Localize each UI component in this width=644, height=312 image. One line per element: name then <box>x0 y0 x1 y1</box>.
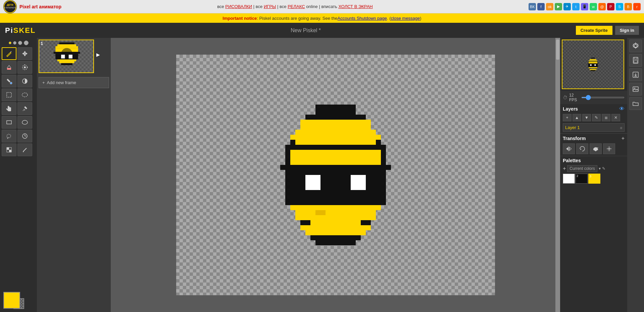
nav-links: все РИСОВАЛКИ | все ИГРЫ | все РЕЛАКС on… <box>217 4 373 9</box>
palettes-header: Palettes <box>563 158 625 163</box>
layer-item[interactable]: Layer 1 α <box>563 123 625 132</box>
eraser-tool[interactable] <box>2 61 16 74</box>
canvas-area[interactable] <box>111 38 560 312</box>
move-tool[interactable] <box>17 47 32 60</box>
svg-point-9 <box>10 82 12 84</box>
social-blogger[interactable]: B <box>625 3 632 10</box>
app-title: New Piskel * <box>291 27 321 34</box>
layers-eye-button[interactable]: 👁 <box>619 106 625 112</box>
frame-thumbnail[interactable]: 1 <box>39 40 94 73</box>
pencil2-tool[interactable] <box>17 143 32 156</box>
fill-tool[interactable] <box>2 75 16 87</box>
nav-link-holst[interactable]: ХОЛСТ В ЭКРАН <box>338 4 373 9</box>
social-skype[interactable]: S <box>616 3 623 10</box>
clock-tool[interactable] <box>17 130 32 142</box>
nav-link-risovalki[interactable]: РИСОВАЛКИ <box>225 4 252 9</box>
size-dot-1[interactable] <box>9 42 11 44</box>
nav-link-relaks[interactable]: РЕЛАКС <box>288 4 305 9</box>
fps-slider[interactable] <box>581 97 625 98</box>
layer-delete-button[interactable]: ✕ <box>611 114 620 121</box>
align-button[interactable] <box>603 143 615 154</box>
save-button[interactable] <box>629 54 642 67</box>
tool-row-6 <box>2 116 35 129</box>
svg-rect-34 <box>57 59 76 61</box>
primary-color-swatch[interactable] <box>3 292 20 309</box>
magic-wand-tool[interactable] <box>17 61 32 74</box>
size-dot-4[interactable] <box>24 41 29 45</box>
palette-color-1[interactable]: 1 <box>563 174 575 184</box>
palette-color-3[interactable]: 3 <box>588 174 600 184</box>
settings-button[interactable] <box>629 40 642 52</box>
size-dot-3[interactable] <box>18 41 22 45</box>
rect-select-tool[interactable] <box>2 88 16 101</box>
layer-down-button[interactable]: ▼ <box>582 114 591 121</box>
layer-add-button[interactable]: + <box>563 114 572 121</box>
svg-rect-36 <box>61 63 72 65</box>
svg-rect-51 <box>351 175 366 190</box>
palette-color-2[interactable]: 2 <box>576 174 588 184</box>
size-dot-2[interactable] <box>13 41 16 45</box>
palettes-title: Palettes <box>563 158 581 163</box>
social-twitter[interactable]: t <box>572 3 580 10</box>
layer-edit-button[interactable]: ✎ <box>592 114 601 121</box>
eyedropper-tool[interactable] <box>17 102 32 115</box>
image-button[interactable] <box>629 83 642 96</box>
rect-tool[interactable] <box>2 116 16 129</box>
svg-rect-38 <box>55 54 78 59</box>
svg-rect-50 <box>305 175 320 190</box>
lighten-tool[interactable] <box>17 75 32 87</box>
svg-rect-14 <box>7 121 11 124</box>
social-vk[interactable]: ВК <box>529 3 536 10</box>
flip-horizontal-button[interactable] <box>563 143 575 154</box>
social-fb[interactable]: f <box>537 3 545 10</box>
svg-rect-43 <box>300 120 371 130</box>
svg-rect-27 <box>55 46 78 48</box>
palette-add-button[interactable]: + <box>563 166 566 172</box>
top-nav: ДЕТИ В ИНТЕРНЕТЕ Pixel art аниматор все … <box>0 0 644 13</box>
ellipse-tool[interactable] <box>17 116 32 129</box>
v-scrollbar[interactable] <box>555 38 560 312</box>
pen-tool[interactable] <box>2 47 16 60</box>
social-mail[interactable]: @ <box>598 3 606 10</box>
palette-dropdown-button[interactable]: ▾ <box>599 166 601 171</box>
pixel-art[interactable] <box>270 105 401 245</box>
tool-row-4 <box>2 88 35 101</box>
layer-merge-button[interactable]: ⊞ <box>602 114 610 121</box>
svg-rect-21 <box>7 147 9 150</box>
palette-colors: 1 2 3 <box>563 174 625 184</box>
rotate-button[interactable] <box>576 143 588 154</box>
svg-rect-82 <box>590 69 596 70</box>
transform-add-button[interactable]: + <box>622 135 625 141</box>
sign-in-button[interactable]: Sign in <box>615 26 639 35</box>
social-wa[interactable]: w <box>590 3 597 10</box>
lasso-tool[interactable] <box>2 130 16 142</box>
bird-button[interactable] <box>590 143 602 154</box>
scrollbar-thumb[interactable] <box>556 40 559 60</box>
palette-name: Current colors <box>567 165 597 172</box>
open-folder-button[interactable] <box>629 97 642 110</box>
social-pinterest[interactable]: P <box>607 3 614 10</box>
header-buttons: Create Sprite Sign in <box>576 26 639 35</box>
ellipse-select-tool[interactable] <box>17 88 32 101</box>
create-sprite-button[interactable]: Create Sprite <box>576 26 612 35</box>
notice-close[interactable]: close message <box>391 16 420 21</box>
transform-header: Transform + <box>563 135 625 141</box>
svg-rect-72 <box>588 61 598 62</box>
layer-up-button[interactable]: ▲ <box>573 114 581 121</box>
svg-rect-44 <box>295 130 376 135</box>
canvas-wrapper <box>176 55 495 295</box>
palette-edit-button[interactable]: ✎ <box>602 166 605 171</box>
social-play[interactable]: ▶ <box>555 3 562 10</box>
social-viber[interactable]: 📱 <box>581 3 588 10</box>
notice-link[interactable]: Accounts Shutdown page <box>338 16 387 21</box>
nav-link-igri[interactable]: ИГРЫ <box>264 4 276 9</box>
svg-rect-47 <box>290 150 381 165</box>
hand-tool[interactable] <box>2 102 16 115</box>
social-reddit[interactable]: r <box>633 3 641 10</box>
social-telegram[interactable]: ✈ <box>563 3 571 10</box>
add-frame-button[interactable]: + Add new frame <box>39 77 109 88</box>
svg-rect-59 <box>310 220 361 225</box>
checker-tool[interactable] <box>2 143 16 156</box>
social-ok[interactable]: ok <box>546 3 553 10</box>
export-button[interactable] <box>629 68 642 81</box>
